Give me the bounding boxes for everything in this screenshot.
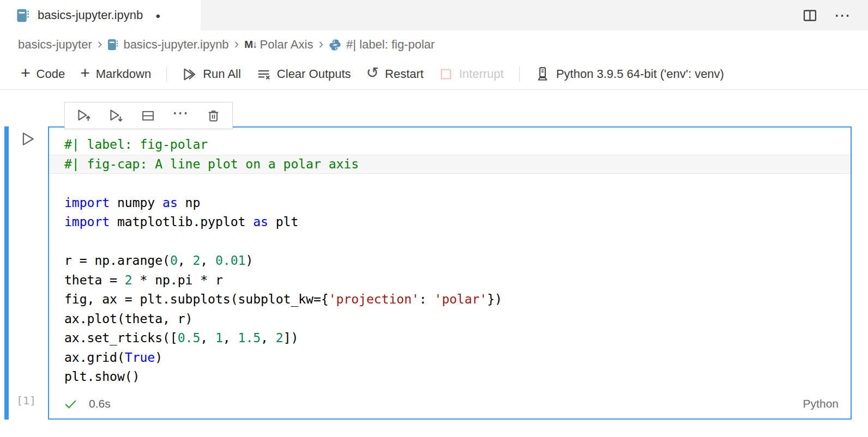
code-token: , <box>200 331 215 345</box>
success-check-icon <box>63 397 78 411</box>
breadcrumb-markdown-section[interactable]: M↓ Polar Axis <box>244 38 313 52</box>
plus-icon: + <box>21 73 31 75</box>
chevron-right-icon: › <box>234 37 239 53</box>
code-token: ax.grid( <box>64 350 125 365</box>
breadcrumb-folder[interactable]: basics-jupyter <box>18 38 92 52</box>
delete-cell-button[interactable] <box>206 108 221 123</box>
more-actions-icon[interactable]: ⋯ <box>834 7 852 23</box>
code-token: 1 <box>215 331 223 345</box>
code-token: , <box>178 253 193 268</box>
code-token: 0 <box>170 253 178 268</box>
kernel-picker-button[interactable]: Python 3.9.5 64-bit ('env': venv) <box>527 63 732 85</box>
code-line[interactable]: ax.set_rticks([0.5, 1, 1.5, 2]) <box>49 329 851 348</box>
tab-bar: basics-jupyter.ipynb ● ⋯ <box>0 0 868 31</box>
chevron-right-icon: › <box>98 37 103 53</box>
code-line[interactable]: theta = 2 * np.pi * r <box>49 271 851 290</box>
notebook-editor: [1] ⋯ <box>0 90 868 437</box>
code-token: , <box>261 331 276 345</box>
code-token: 2 <box>276 331 284 345</box>
code-token: ax.set_rticks([ <box>64 331 178 345</box>
code-token: plt.show() <box>64 369 140 384</box>
code-token: matplotlib.pyplot <box>110 215 253 229</box>
code-area[interactable]: #| label: fig-polar#| fig-cap: A line pl… <box>49 128 851 387</box>
code-token: ]) <box>284 331 299 345</box>
trash-icon <box>206 108 221 123</box>
run-all-icon <box>182 67 197 82</box>
interrupt-button[interactable]: Interrupt <box>431 63 511 85</box>
code-token: , <box>200 253 215 268</box>
python-icon <box>329 39 341 51</box>
code-line[interactable]: plt.show() <box>49 367 851 387</box>
code-token: theta = <box>64 273 125 287</box>
split-cell-button[interactable] <box>141 108 155 123</box>
code-token: True <box>125 350 155 365</box>
execution-time: 0.6s <box>89 397 111 410</box>
breadcrumb-label: #| label: fig-polar <box>346 38 435 52</box>
code-line[interactable]: #| label: fig-polar <box>49 135 851 155</box>
cell-more-actions-icon[interactable]: ⋯ <box>172 113 189 118</box>
code-token: ) <box>245 253 253 268</box>
code-line[interactable]: #| fig-cap: A line plot on a polar axis <box>49 155 851 174</box>
code-line[interactable]: import numpy as np <box>49 193 851 213</box>
code-token: 2 <box>125 273 132 287</box>
run-cell-and-below-button[interactable] <box>108 108 124 123</box>
code-line[interactable]: r = np.arange(0, 2, 0.01) <box>49 251 851 271</box>
code-token: #| fig-cap: A line plot on a polar axis <box>64 157 359 171</box>
clear-outputs-label: Clear Outputs <box>277 67 351 81</box>
execution-count: [1] <box>16 394 36 407</box>
notebook-toolbar: + Code + Markdown Run All Clear Outputs … <box>0 59 868 90</box>
code-cell[interactable]: #| label: fig-polar#| fig-cap: A line pl… <box>48 126 852 420</box>
code-token: import <box>64 196 110 210</box>
code-line[interactable]: ax.plot(theta, r) <box>49 309 851 329</box>
add-markdown-cell-button[interactable]: + Markdown <box>73 63 159 85</box>
chevron-right-icon: › <box>318 37 323 53</box>
toolbar-separator <box>519 66 520 82</box>
run-below-icon <box>108 108 124 123</box>
code-token: }) <box>487 292 502 306</box>
code-token: #| label: fig-polar <box>64 137 208 151</box>
cell-focus-bar[interactable] <box>4 126 9 420</box>
breadcrumb-label: basics-jupyter.ipynb <box>123 38 228 52</box>
split-editor-icon[interactable] <box>802 8 818 23</box>
code-token: fig, ax = plt.subplots(subplot_kw={ <box>64 292 329 306</box>
code-line[interactable]: fig, ax = plt.subplots(subplot_kw={'proj… <box>49 290 851 309</box>
code-token: : <box>419 292 435 306</box>
interrupt-icon <box>439 67 453 81</box>
code-token: * np.pi * r <box>132 273 223 287</box>
cell-status-bar: 0.6s Python <box>49 389 851 418</box>
breadcrumb-file[interactable]: basics-jupyter.ipynb <box>107 38 228 52</box>
run-all-label: Run All <box>203 67 241 81</box>
breadcrumb-label: Polar Axis <box>260 38 314 52</box>
breadcrumb-code-cell[interactable]: #| label: fig-polar <box>329 38 435 52</box>
plus-icon: + <box>80 73 90 75</box>
code-token: import <box>64 215 110 229</box>
code-token: 0.01 <box>215 253 245 268</box>
code-line[interactable]: ax.grid(True) <box>49 348 851 368</box>
run-all-button[interactable]: Run All <box>174 63 249 85</box>
cell-language-picker[interactable]: Python <box>803 397 839 410</box>
run-above-icon <box>76 108 92 123</box>
split-cell-icon <box>141 108 155 123</box>
tab-basics-jupyter[interactable]: basics-jupyter.ipynb ● <box>0 0 201 31</box>
run-cells-above-button[interactable] <box>76 108 92 123</box>
tab-title: basics-jupyter.ipynb <box>38 8 143 22</box>
add-code-cell-button[interactable]: + Code <box>13 63 73 85</box>
notebook-file-icon <box>16 8 29 23</box>
code-token: 1.5 <box>238 331 261 345</box>
restart-button[interactable]: ↺ Restart <box>359 63 431 85</box>
kernel-icon <box>535 66 550 82</box>
code-token: np <box>178 196 201 210</box>
editor-actions: ⋯ <box>802 0 868 31</box>
code-line[interactable] <box>49 232 851 252</box>
code-token: r = np.arange( <box>64 253 170 268</box>
add-markdown-label: Markdown <box>96 67 151 81</box>
code-line[interactable] <box>49 174 851 193</box>
modified-indicator-icon[interactable]: ● <box>155 11 160 20</box>
markdown-icon: M↓ <box>244 39 257 51</box>
kernel-label: Python 3.9.5 64-bit ('env': venv) <box>556 67 724 81</box>
code-token: 2 <box>192 253 200 268</box>
clear-outputs-button[interactable]: Clear Outputs <box>249 63 359 85</box>
run-cell-button[interactable] <box>17 129 37 149</box>
breadcrumb: basics-jupyter › basics-jupyter.ipynb › … <box>0 31 868 59</box>
code-line[interactable]: import matplotlib.pyplot as plt <box>49 213 851 232</box>
